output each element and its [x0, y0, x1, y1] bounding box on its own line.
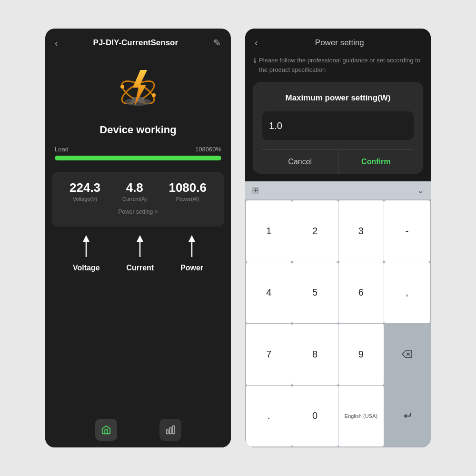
key-1[interactable]: 1 [246, 200, 292, 262]
edit-button[interactable]: ✎ [213, 37, 221, 49]
load-label: Load [55, 146, 69, 153]
info-icon: ℹ [254, 56, 256, 66]
load-value: 108060% [195, 146, 221, 153]
keyboard-grid-icon[interactable]: ⊞ [252, 185, 259, 196]
cancel-button[interactable]: Cancel [262, 150, 338, 174]
right-header: ‹ Power setting [245, 29, 431, 53]
info-message: Please follow the professional guidance … [259, 56, 422, 74]
power-arrow-label: Power [180, 233, 203, 272]
chart-nav-button[interactable] [159, 419, 181, 441]
key-5[interactable]: 5 [292, 262, 338, 324]
key-8[interactable]: 8 [292, 324, 338, 385]
key-dot[interactable]: . [246, 386, 292, 447]
dialog-input-area[interactable] [262, 111, 414, 140]
power-input[interactable] [269, 120, 407, 131]
key-2[interactable]: 2 [292, 200, 338, 262]
dialog-title: Maximum power setting(W) [262, 93, 414, 103]
left-panel: ‹ PJ-DIY-CurrentSensor ✎ D [45, 29, 231, 447]
load-bar-fill [55, 156, 221, 160]
key-6[interactable]: 6 [338, 262, 384, 324]
info-text-area: ℹ Please follow the professional guidanc… [245, 53, 431, 82]
dialog-actions: Cancel Confirm [262, 149, 414, 174]
right-top: ‹ Power setting ℹ Please follow the prof… [245, 29, 431, 181]
current-arrow-icon [133, 233, 147, 262]
key-0[interactable]: 0 [292, 386, 338, 447]
power-unit: Power(W) [169, 196, 207, 202]
left-header: ‹ PJ-DIY-CurrentSensor ✎ [45, 29, 231, 53]
voltage-arrow-icon [79, 233, 93, 262]
keyboard-toolbar: ⊞ ⌄ [245, 181, 431, 199]
key-3[interactable]: 3 [338, 200, 384, 262]
voltage-unit: Voltage(V) [69, 196, 100, 202]
device-status: Device working [45, 120, 231, 146]
svg-point-6 [120, 85, 124, 89]
back-button[interactable]: ‹ [55, 38, 58, 49]
arrows-labels-row: Voltage Current Power [45, 230, 231, 272]
current-label: Current [126, 264, 154, 272]
voltage-arrow-label: Voltage [73, 233, 100, 272]
voltage-value: 224.3 [69, 180, 100, 195]
key-backspace[interactable] [384, 324, 430, 385]
load-section: Load 108060% [45, 146, 231, 165]
power-setting-link[interactable]: Power setting > [59, 207, 218, 220]
metric-voltage: 224.3 Voltage(V) [69, 180, 100, 202]
bottom-nav [45, 412, 231, 447]
keyboard-area: ⊞ ⌄ 1 2 3 - 4 5 6 , 7 8 9 [245, 181, 431, 447]
right-panel: ‹ Power setting ℹ Please follow the prof… [245, 29, 431, 447]
right-title: Power setting [258, 38, 421, 48]
device-image-area [45, 53, 231, 120]
current-value: 4.8 [122, 180, 147, 195]
device-icon [112, 63, 164, 115]
voltage-label: Voltage [73, 264, 100, 272]
metric-power: 1080.6 Power(W) [169, 180, 207, 202]
device-title: PJ-DIY-CurrentSensor [93, 38, 178, 48]
home-nav-button[interactable] [95, 419, 117, 441]
svg-marker-11 [137, 235, 143, 242]
metrics-card: 224.3 Voltage(V) 4.8 Current(A) 1080.6 P… [52, 172, 224, 227]
svg-marker-13 [188, 235, 195, 242]
svg-rect-15 [169, 427, 171, 434]
current-arrow-label: Current [126, 233, 154, 272]
key-dash[interactable]: - [384, 200, 430, 262]
keyboard-dismiss-icon[interactable]: ⌄ [417, 185, 424, 196]
key-comma[interactable]: , [384, 262, 430, 324]
key-language[interactable]: English (USA) [338, 386, 384, 447]
key-enter[interactable] [384, 386, 430, 447]
key-4[interactable]: 4 [246, 262, 292, 324]
svg-marker-9 [83, 235, 89, 242]
key-7[interactable]: 7 [246, 324, 292, 385]
chart-icon [165, 425, 176, 435]
load-row: Load 108060% [55, 146, 221, 153]
current-unit: Current(A) [122, 196, 147, 202]
power-arrow-icon [185, 233, 199, 262]
home-icon [101, 425, 111, 435]
power-label: Power [180, 264, 203, 272]
metric-current: 4.8 Current(A) [122, 180, 147, 202]
power-value: 1080.6 [169, 180, 207, 195]
right-back-button[interactable]: ‹ [255, 37, 258, 48]
backspace-icon [402, 350, 412, 358]
key-9[interactable]: 9 [338, 324, 384, 385]
confirm-button[interactable]: Confirm [338, 150, 414, 174]
svg-rect-16 [172, 426, 174, 434]
svg-rect-14 [166, 430, 168, 434]
enter-icon [402, 412, 412, 420]
svg-point-7 [152, 93, 156, 97]
load-bar-bg [55, 156, 221, 160]
metrics-row: 224.3 Voltage(V) 4.8 Current(A) 1080.6 P… [59, 180, 218, 202]
power-dialog: Maximum power setting(W) Cancel Confirm [253, 82, 423, 174]
keyboard-grid: 1 2 3 - 4 5 6 , 7 8 9 . 0 English (U [245, 199, 431, 447]
